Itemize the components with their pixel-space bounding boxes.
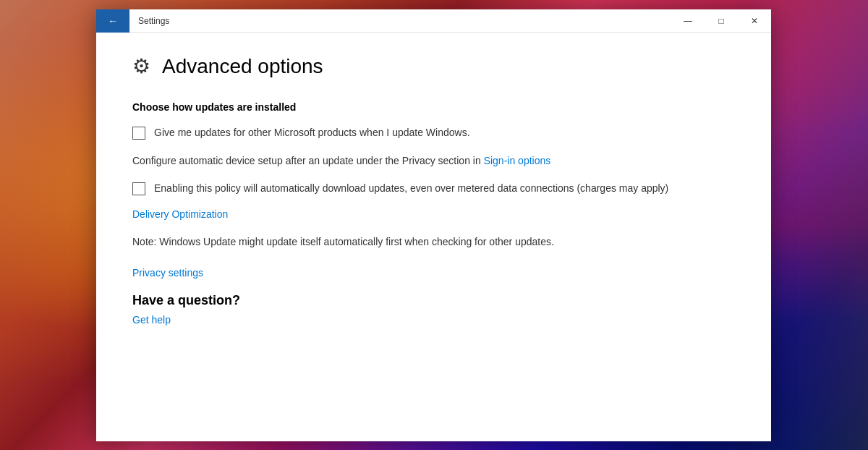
- maximize-button[interactable]: □: [705, 9, 738, 33]
- window-controls: — □ ✕: [671, 9, 771, 33]
- window-title: Settings: [129, 16, 671, 26]
- title-bar: ← Settings — □ ✕: [96, 9, 771, 33]
- info-text-prefix: Configure automatic device setup after a…: [132, 155, 484, 166]
- checkbox-metered-connections[interactable]: [132, 182, 145, 195]
- info-text-signin: Configure automatic device setup after a…: [132, 153, 735, 169]
- get-help-link[interactable]: Get help: [132, 314, 735, 326]
- delivery-optimization-link[interactable]: Delivery Optimization: [132, 208, 735, 220]
- gear-icon: ⚙: [132, 54, 150, 78]
- checkbox-1-label: Give me updates for other Microsoft prod…: [154, 126, 470, 140]
- close-button[interactable]: ✕: [738, 9, 771, 33]
- privacy-settings-link[interactable]: Privacy settings: [132, 267, 735, 279]
- minimize-button[interactable]: —: [671, 9, 705, 33]
- back-button[interactable]: ←: [96, 9, 129, 33]
- settings-window: ← Settings — □ ✕ ⚙ Advanced options Choo…: [96, 9, 771, 441]
- page-content: ⚙ Advanced options Choose how updates ar…: [96, 33, 771, 441]
- checkbox-microsoft-products[interactable]: [132, 127, 145, 140]
- signin-options-link[interactable]: Sign-in options: [484, 155, 551, 166]
- checkbox-row-2: Enabling this policy will automatically …: [132, 182, 735, 196]
- page-header: ⚙ Advanced options: [132, 54, 735, 78]
- section-heading: Choose how updates are installed: [132, 101, 735, 113]
- checkbox-row-1: Give me updates for other Microsoft prod…: [132, 126, 735, 140]
- note-text: Note: Windows Update might update itself…: [132, 234, 735, 250]
- page-title: Advanced options: [162, 55, 323, 78]
- back-arrow-icon: ←: [108, 15, 118, 27]
- question-heading: Have a question?: [132, 293, 735, 308]
- checkbox-2-label: Enabling this policy will automatically …: [154, 182, 668, 196]
